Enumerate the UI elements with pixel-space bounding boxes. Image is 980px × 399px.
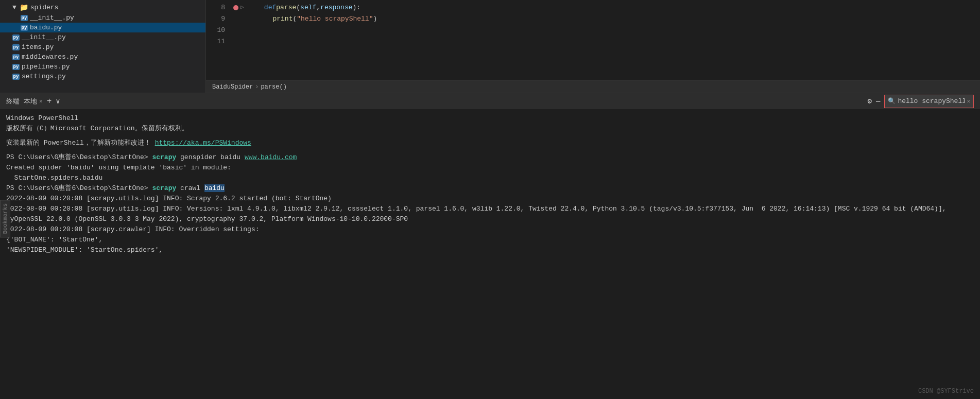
code-indent-10 <box>240 13 272 25</box>
file-explorer: ▼ 📁 spiders py __init__.py py baidu.py p… <box>0 0 206 93</box>
terminal-body: Windows PowerShell 版权所有（C）Microsoft Corp… <box>0 109 980 399</box>
code-comma: , <box>316 2 320 13</box>
code-paren: ( <box>296 2 300 13</box>
sidebar-item-label: items.py <box>22 43 54 51</box>
terminal-chevron-icon[interactable]: ∨ <box>56 97 60 106</box>
code-colon: : <box>356 2 360 13</box>
py-file-icon: py <box>12 34 20 41</box>
function-name: parse <box>276 2 296 13</box>
py-file-icon: py <box>12 73 20 80</box>
gear-icon[interactable]: ⚙ <box>868 97 872 106</box>
terminal-line-log2: 2022-08-09 00:20:08 [scrapy.utils.log] I… <box>6 204 974 224</box>
sidebar-item-label: __init__.py <box>22 33 66 41</box>
sidebar-item-spiders[interactable]: ▼ 📁 spiders <box>0 2 205 13</box>
terminal-line-newspider: 'NEWSPIDER_MODULE': 'StartOne.spiders', <box>6 245 974 255</box>
baidu-link[interactable]: www.baidu.com <box>245 153 297 161</box>
watermark: CSDN @SYFStrive <box>918 388 974 395</box>
cmd-scrapy-1: scrapy <box>152 153 176 161</box>
code-paren-close: ) <box>353 2 357 13</box>
breakpoint-icon <box>233 5 238 10</box>
terminal-line-genspider: PS C:\Users\G惠普6\Desktop\StartOne> scrap… <box>6 152 974 163</box>
bookmark-tab[interactable]: Bookmarks <box>0 200 10 237</box>
sidebar-item-label: settings.py <box>22 73 66 80</box>
terminal-tab-local[interactable]: 本地 ✕ <box>24 97 43 106</box>
terminal-line-log3: 2022-08-09 00:20:08 [scrapy.crawler] INF… <box>6 224 974 235</box>
py-file-icon: py <box>12 63 20 71</box>
close-tab-icon[interactable]: ✕ <box>39 98 43 105</box>
breadcrumb: BaiduSpider › parse() <box>206 80 980 93</box>
terminal-line-copyright: 版权所有（C）Microsoft Corporation。保留所有权利。 <box>6 124 974 134</box>
powershell-link[interactable]: https://aka.ms/PSWindows <box>155 139 251 147</box>
terminal-search-area: ⚙ — 🔍 ✕ <box>868 95 974 108</box>
sidebar-item-label: pipelines.py <box>22 63 70 71</box>
string-literal: "hello scrapyShell" <box>297 13 373 25</box>
terminal-empty-2 <box>6 148 974 152</box>
terminal-line-log1: 2022-08-09 00:20:08 [scrapy.utils.log] I… <box>6 194 974 204</box>
line-numbers: 8 9 10 11 <box>206 0 229 80</box>
param-response: response <box>320 2 352 13</box>
keyword-print: print <box>272 13 293 25</box>
folder-arrow-icon: ▼ <box>12 4 16 11</box>
py-file-icon: py <box>12 54 20 61</box>
minimize-icon[interactable]: — <box>876 97 880 106</box>
terminal-line-module: StartOne.spiders.baidu <box>6 173 974 183</box>
cmd-scrapy-2: scrapy <box>152 184 176 192</box>
code-paren2: ( <box>293 13 297 25</box>
py-file-icon: py <box>21 14 28 22</box>
keyword-def: def <box>264 2 276 13</box>
sidebar-item-items[interactable]: py items.py <box>0 42 205 52</box>
sidebar-item-settings[interactable]: py settings.py <box>0 72 205 81</box>
param-self: self <box>300 2 316 13</box>
folder-icon: 📁 <box>20 3 28 12</box>
terminal-header: 终端 本地 ✕ + ∨ ⚙ — 🔍 ✕ <box>0 93 980 109</box>
highlight-baidu: baidu <box>204 184 225 192</box>
search-clear-icon[interactable]: ✕ <box>967 98 970 105</box>
terminal-tab-type: 本地 <box>24 97 37 106</box>
sidebar-item-label: baidu.py <box>30 24 62 31</box>
py-file-icon: py <box>21 24 28 31</box>
code-editor: 8 9 10 11 ▷ def parse ( self <box>206 0 980 93</box>
py-file-icon: py <box>12 44 20 51</box>
breadcrumb-class: BaiduSpider <box>212 83 253 91</box>
terminal-line-install: 安装最新的 PowerShell，了解新功能和改进！ https://aka.m… <box>6 138 974 148</box>
sidebar-item-label: middlewares.py <box>22 53 78 61</box>
code-paren2-close: ) <box>373 13 377 25</box>
breadcrumb-method: parse() <box>261 83 286 91</box>
terminal-label: 终端 <box>6 97 20 106</box>
terminal-empty-1 <box>6 134 974 138</box>
code-indent-9 <box>248 2 264 13</box>
terminal-line-botname: {'BOT_NAME': 'StartOne', <box>6 235 974 245</box>
terminal-line-created: Created spider 'baidu' using template 'b… <box>6 163 974 173</box>
code-line-9: ▷ def parse ( self , response ) : <box>229 2 980 13</box>
terminal-plus-icon[interactable]: + <box>47 97 52 106</box>
debugger-arrow-icon: ▷ <box>240 2 244 13</box>
sidebar-item-label: __init__.py <box>30 14 74 22</box>
breadcrumb-separator: › <box>255 83 259 91</box>
sidebar-item-baidu[interactable]: py baidu.py <box>0 23 205 32</box>
sidebar-item-init[interactable]: py __init__.py <box>0 32 205 42</box>
terminal-line-powershell: Windows PowerShell <box>6 113 974 124</box>
code-line-10: print ( "hello scrapyShell" ) <box>229 13 980 25</box>
terminal-line-crawl: PS C:\Users\G惠普6\Desktop\StartOne> scrap… <box>6 183 974 194</box>
sidebar-item-label: spiders <box>30 4 59 11</box>
sidebar-item-spiders-init[interactable]: py __init__.py <box>0 13 205 23</box>
search-icon: 🔍 <box>888 97 896 105</box>
sidebar-item-pipelines[interactable]: py pipelines.py <box>0 62 205 72</box>
search-input[interactable] <box>898 97 965 105</box>
code-lines: ▷ def parse ( self , response ) : pr <box>229 0 980 80</box>
sidebar-item-middlewares[interactable]: py middlewares.py <box>0 52 205 62</box>
terminal-search-box[interactable]: 🔍 ✕ <box>884 95 974 108</box>
